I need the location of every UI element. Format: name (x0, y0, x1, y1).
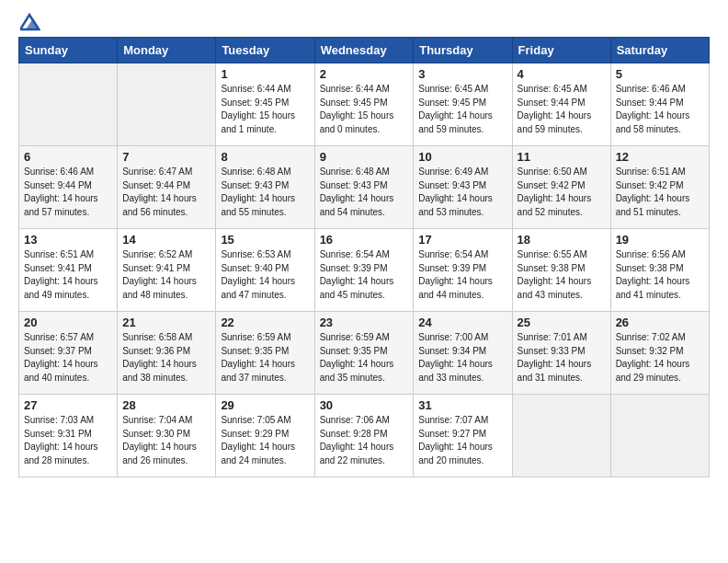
day-info: Sunrise: 6:46 AM Sunset: 9:44 PM Dayligh… (24, 166, 112, 219)
logo (18, 15, 40, 28)
calendar-cell: 21Sunrise: 6:58 AM Sunset: 9:36 PM Dayli… (118, 312, 216, 395)
calendar-cell: 4Sunrise: 6:45 AM Sunset: 9:44 PM Daylig… (512, 63, 610, 146)
col-header-thursday: Thursday (414, 38, 512, 63)
col-header-sunday: Sunday (19, 38, 118, 63)
day-info: Sunrise: 7:06 AM Sunset: 9:28 PM Dayligh… (320, 414, 409, 467)
day-info: Sunrise: 6:47 AM Sunset: 9:44 PM Dayligh… (122, 166, 210, 219)
day-info: Sunrise: 6:55 AM Sunset: 9:38 PM Dayligh… (518, 248, 606, 302)
calendar-cell: 15Sunrise: 6:53 AM Sunset: 9:40 PM Dayli… (216, 229, 314, 312)
calendar-cell: 29Sunrise: 7:05 AM Sunset: 9:29 PM Dayli… (216, 395, 314, 477)
day-number: 6 (24, 150, 112, 164)
day-info: Sunrise: 6:46 AM Sunset: 9:44 PM Dayligh… (616, 83, 704, 136)
calendar-cell: 20Sunrise: 6:57 AM Sunset: 9:37 PM Dayli… (19, 312, 118, 395)
calendar-cell: 13Sunrise: 6:51 AM Sunset: 9:41 PM Dayli… (19, 229, 118, 312)
calendar-cell (512, 395, 610, 477)
calendar-cell (19, 63, 118, 146)
calendar-cell: 24Sunrise: 7:00 AM Sunset: 9:34 PM Dayli… (414, 312, 512, 395)
day-info: Sunrise: 6:45 AM Sunset: 9:45 PM Dayligh… (418, 83, 506, 136)
day-number: 1 (221, 67, 309, 81)
calendar-cell: 11Sunrise: 6:50 AM Sunset: 9:42 PM Dayli… (512, 146, 610, 229)
day-number: 16 (320, 233, 409, 247)
day-info: Sunrise: 6:57 AM Sunset: 9:37 PM Dayligh… (24, 331, 112, 385)
calendar-cell: 31Sunrise: 7:07 AM Sunset: 9:27 PM Dayli… (414, 395, 512, 477)
day-number: 27 (24, 398, 112, 412)
day-number: 29 (221, 398, 309, 412)
day-info: Sunrise: 6:50 AM Sunset: 9:42 PM Dayligh… (518, 166, 606, 219)
day-info: Sunrise: 6:54 AM Sunset: 9:39 PM Dayligh… (320, 248, 409, 302)
col-header-saturday: Saturday (610, 38, 709, 63)
day-number: 2 (320, 67, 409, 81)
day-number: 8 (221, 150, 309, 164)
day-info: Sunrise: 6:48 AM Sunset: 9:43 PM Dayligh… (221, 166, 309, 219)
day-number: 13 (24, 233, 112, 247)
calendar-week-5: 27Sunrise: 7:03 AM Sunset: 9:31 PM Dayli… (19, 395, 710, 477)
day-info: Sunrise: 6:52 AM Sunset: 9:41 PM Dayligh… (122, 248, 210, 302)
day-number: 4 (518, 67, 606, 81)
logo-icon (20, 13, 40, 31)
day-number: 12 (616, 150, 704, 164)
day-number: 17 (418, 233, 506, 247)
day-info: Sunrise: 7:02 AM Sunset: 9:32 PM Dayligh… (616, 331, 704, 385)
calendar-cell: 9Sunrise: 6:48 AM Sunset: 9:43 PM Daylig… (314, 146, 414, 229)
calendar-cell: 3Sunrise: 6:45 AM Sunset: 9:45 PM Daylig… (414, 63, 512, 146)
page-header (18, 15, 710, 28)
day-number: 21 (122, 316, 210, 329)
day-info: Sunrise: 6:44 AM Sunset: 9:45 PM Dayligh… (320, 83, 409, 136)
calendar-cell: 2Sunrise: 6:44 AM Sunset: 9:45 PM Daylig… (314, 63, 414, 146)
calendar-cell: 25Sunrise: 7:01 AM Sunset: 9:33 PM Dayli… (512, 312, 610, 395)
day-info: Sunrise: 6:45 AM Sunset: 9:44 PM Dayligh… (518, 83, 606, 136)
day-number: 30 (320, 398, 409, 412)
calendar-cell: 12Sunrise: 6:51 AM Sunset: 9:42 PM Dayli… (610, 146, 709, 229)
day-info: Sunrise: 6:58 AM Sunset: 9:36 PM Dayligh… (122, 331, 210, 385)
day-number: 26 (616, 316, 704, 329)
calendar-week-3: 13Sunrise: 6:51 AM Sunset: 9:41 PM Dayli… (19, 229, 710, 312)
day-number: 20 (24, 316, 112, 329)
calendar-cell: 6Sunrise: 6:46 AM Sunset: 9:44 PM Daylig… (19, 146, 118, 229)
calendar-cell: 28Sunrise: 7:04 AM Sunset: 9:30 PM Dayli… (118, 395, 216, 477)
day-number: 24 (418, 316, 506, 329)
calendar-table: SundayMondayTuesdayWednesdayThursdayFrid… (18, 37, 710, 477)
day-info: Sunrise: 6:54 AM Sunset: 9:39 PM Dayligh… (418, 248, 506, 302)
calendar-cell: 10Sunrise: 6:49 AM Sunset: 9:43 PM Dayli… (414, 146, 512, 229)
day-number: 5 (616, 67, 704, 81)
day-number: 15 (221, 233, 309, 247)
calendar-cell: 17Sunrise: 6:54 AM Sunset: 9:39 PM Dayli… (414, 229, 512, 312)
day-number: 3 (418, 67, 506, 81)
day-info: Sunrise: 6:49 AM Sunset: 9:43 PM Dayligh… (418, 166, 506, 219)
calendar-cell: 27Sunrise: 7:03 AM Sunset: 9:31 PM Dayli… (19, 395, 118, 477)
day-info: Sunrise: 6:59 AM Sunset: 9:35 PM Dayligh… (320, 331, 409, 385)
calendar-cell: 30Sunrise: 7:06 AM Sunset: 9:28 PM Dayli… (314, 395, 414, 477)
calendar-cell: 14Sunrise: 6:52 AM Sunset: 9:41 PM Dayli… (118, 229, 216, 312)
day-info: Sunrise: 6:56 AM Sunset: 9:38 PM Dayligh… (616, 248, 704, 302)
calendar-cell: 18Sunrise: 6:55 AM Sunset: 9:38 PM Dayli… (512, 229, 610, 312)
calendar-week-4: 20Sunrise: 6:57 AM Sunset: 9:37 PM Dayli… (19, 312, 710, 395)
calendar-cell: 19Sunrise: 6:56 AM Sunset: 9:38 PM Dayli… (610, 229, 709, 312)
day-number: 28 (122, 398, 210, 412)
day-info: Sunrise: 7:07 AM Sunset: 9:27 PM Dayligh… (418, 414, 506, 467)
day-number: 11 (518, 150, 606, 164)
col-header-tuesday: Tuesday (216, 38, 314, 63)
day-info: Sunrise: 6:53 AM Sunset: 9:40 PM Dayligh… (221, 248, 309, 302)
day-number: 7 (122, 150, 210, 164)
calendar-week-2: 6Sunrise: 6:46 AM Sunset: 9:44 PM Daylig… (19, 146, 710, 229)
day-info: Sunrise: 7:01 AM Sunset: 9:33 PM Dayligh… (518, 331, 606, 385)
day-info: Sunrise: 6:51 AM Sunset: 9:41 PM Dayligh… (24, 248, 112, 302)
calendar-cell (118, 63, 216, 146)
calendar-cell: 16Sunrise: 6:54 AM Sunset: 9:39 PM Dayli… (314, 229, 414, 312)
calendar-cell: 26Sunrise: 7:02 AM Sunset: 9:32 PM Dayli… (610, 312, 709, 395)
svg-marker-1 (26, 18, 40, 29)
day-number: 14 (122, 233, 210, 247)
calendar-cell: 22Sunrise: 6:59 AM Sunset: 9:35 PM Dayli… (216, 312, 314, 395)
day-number: 10 (418, 150, 506, 164)
day-info: Sunrise: 7:04 AM Sunset: 9:30 PM Dayligh… (122, 414, 210, 467)
day-number: 18 (518, 233, 606, 247)
day-number: 9 (320, 150, 409, 164)
day-info: Sunrise: 7:03 AM Sunset: 9:31 PM Dayligh… (24, 414, 112, 467)
day-info: Sunrise: 7:00 AM Sunset: 9:34 PM Dayligh… (418, 331, 506, 385)
day-info: Sunrise: 6:48 AM Sunset: 9:43 PM Dayligh… (320, 166, 409, 219)
day-number: 25 (518, 316, 606, 329)
calendar-cell: 5Sunrise: 6:46 AM Sunset: 9:44 PM Daylig… (610, 63, 709, 146)
calendar-week-1: 1Sunrise: 6:44 AM Sunset: 9:45 PM Daylig… (19, 63, 710, 146)
calendar-header-row: SundayMondayTuesdayWednesdayThursdayFrid… (19, 38, 710, 63)
col-header-monday: Monday (118, 38, 216, 63)
